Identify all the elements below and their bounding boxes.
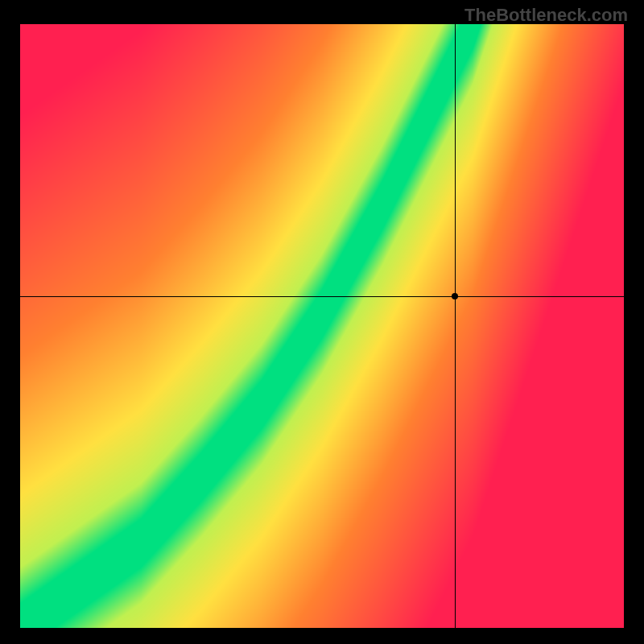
- crosshair-vertical: [455, 24, 456, 628]
- heatmap-plot: [20, 24, 624, 628]
- watermark-text: TheBottleneck.com: [464, 5, 628, 26]
- crosshair-horizontal: [20, 296, 624, 297]
- heatmap-canvas: [20, 24, 624, 628]
- data-point-marker: [452, 293, 458, 299]
